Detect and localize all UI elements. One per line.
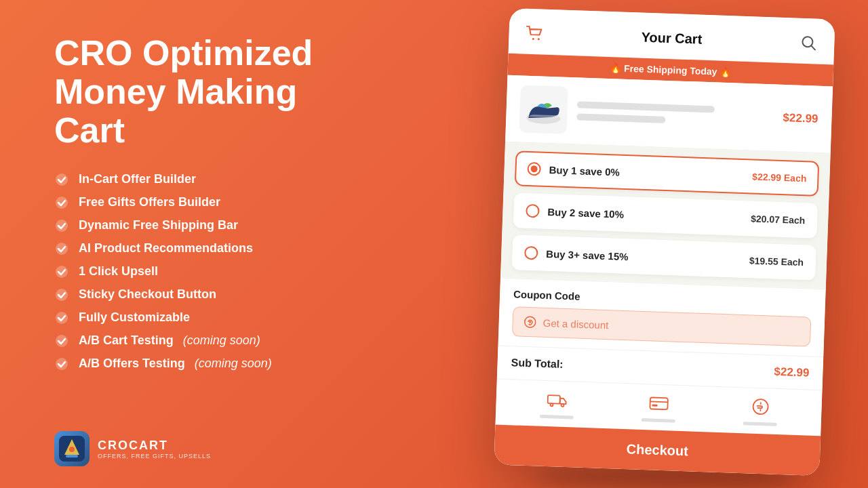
offer-label-buy1: Buy 1 save 0%: [549, 163, 744, 182]
offer-option-buy1[interactable]: Buy 1 save 0%$22.99 Each: [515, 150, 820, 197]
radio-buy3: [524, 246, 538, 260]
svg-point-19: [529, 321, 531, 323]
svg-point-13: [532, 38, 534, 40]
logo-area: CROCART OFFERS, FREE GIFTS, UPSELLS: [54, 431, 211, 466]
feature-label-free-shipping: Dynamic Free Shipping Bar: [79, 218, 238, 232]
card-icon: [646, 390, 672, 416]
svg-point-14: [538, 38, 540, 40]
feature-item-free-shipping: Dynamic Free Shipping Bar: [54, 218, 346, 233]
svg-point-1: [56, 197, 68, 209]
search-button[interactable]: [796, 30, 821, 56]
check-icon-ai-recommendations: [54, 241, 69, 256]
left-panel: CRO Optimized Money Making Cart In-Cart …: [54, 34, 346, 380]
offers-section: Buy 1 save 0%$22.99 EachBuy 2 save 10%$2…: [500, 142, 831, 289]
svg-point-22: [561, 404, 564, 407]
payment-icon-card: [642, 390, 677, 423]
feature-label-customizable: Fully Customizable: [79, 310, 190, 325]
check-icon-free-gifts: [54, 195, 69, 210]
placeholder-line-1: [577, 101, 715, 113]
svg-point-5: [56, 289, 68, 301]
radio-buy2: [526, 204, 540, 218]
product-lines: [576, 101, 774, 127]
money-icon: [747, 393, 774, 420]
feature-item-ai-recommendations: AI Product Recommendations: [54, 241, 346, 256]
feature-item-sticky-checkout: Sticky Checkout Button: [54, 287, 346, 302]
svg-line-24: [650, 401, 668, 402]
cart-icon-button[interactable]: [522, 21, 547, 46]
offer-price-buy3: $19.55 Each: [749, 255, 804, 268]
feature-item-ab-cart: A/B Cart Testing (coming soon): [54, 333, 346, 348]
svg-point-6: [56, 312, 68, 324]
offer-price-buy2: $20.07 Each: [751, 213, 806, 226]
svg-point-0: [56, 174, 68, 186]
payment-icon-delivery: [540, 386, 575, 420]
coming-soon-ab-offers: (coming soon): [195, 357, 272, 371]
offer-label-buy2: Buy 2 save 10%: [547, 205, 743, 224]
svg-rect-12: [66, 455, 78, 458]
svg-point-2: [56, 220, 68, 232]
svg-point-4: [56, 266, 68, 278]
check-icon-in-cart-offer: [54, 172, 69, 187]
coupon-section: Coupon Code Get a discount: [498, 278, 826, 357]
coupon-input-wrap[interactable]: Get a discount: [512, 306, 811, 346]
features-list: In-Cart Offer BuilderFree Gifts Offers B…: [54, 172, 346, 371]
hero-title: CRO Optimized Money Making Cart: [54, 34, 346, 150]
check-icon-free-shipping: [54, 218, 69, 233]
feature-item-in-cart-offer: In-Cart Offer Builder: [54, 172, 346, 187]
product-info: [576, 101, 774, 127]
logo-name: CROCART: [98, 439, 211, 453]
svg-point-11: [69, 447, 75, 452]
subtotal-label: Sub Total:: [511, 357, 564, 371]
feature-item-ab-offers: A/B Offers Testing (coming soon): [54, 357, 346, 371]
feature-label-ab-cart: A/B Cart Testing: [79, 333, 174, 348]
cart-card: Your Cart 🔥 Free Shipping Today 🔥: [494, 8, 835, 476]
product-price: $22.99: [783, 111, 818, 126]
check-icon-customizable: [54, 310, 69, 325]
delivery-icon: [544, 386, 570, 413]
offer-option-buy2[interactable]: Buy 2 save 10%$20.07 Each: [513, 192, 818, 239]
feature-label-free-gifts: Free Gifts Offers Builder: [79, 195, 220, 209]
phone-container: Your Cart 🔥 Free Shipping Today 🔥: [502, 14, 827, 474]
offer-option-buy3[interactable]: Buy 3+ save 15%$19.55 Each: [511, 235, 816, 281]
svg-point-3: [56, 243, 68, 255]
svg-point-7: [56, 335, 68, 347]
feature-label-ab-offers: A/B Offers Testing: [79, 357, 185, 371]
feature-label-ai-recommendations: AI Product Recommendations: [79, 241, 253, 256]
coupon-label: Coupon Code: [513, 288, 812, 310]
check-icon-sticky-checkout: [54, 287, 69, 302]
logo-text: CROCART OFFERS, FREE GIFTS, UPSELLS: [98, 439, 211, 460]
cart-title: Your Cart: [641, 29, 702, 47]
coupon-placeholder: Get a discount: [542, 317, 608, 330]
radio-buy1: [527, 162, 541, 176]
feature-label-one-click-upsell: 1 Click Upsell: [79, 264, 158, 279]
svg-rect-25: [652, 405, 658, 407]
feature-item-one-click-upsell: 1 Click Upsell: [54, 264, 346, 279]
check-icon-ab-offers: [54, 357, 69, 371]
subtotal-value: $22.99: [774, 365, 810, 380]
feature-item-customizable: Fully Customizable: [54, 310, 346, 325]
svg-line-16: [811, 45, 815, 49]
check-icon-one-click-upsell: [54, 264, 69, 279]
offer-price-buy1: $22.99 Each: [752, 171, 807, 184]
logo-tagline: OFFERS, FREE GIFTS, UPSELLS: [98, 453, 211, 460]
payment-icon-line-2: [642, 418, 675, 423]
product-row: $22.99: [505, 75, 833, 154]
product-image: [519, 85, 568, 134]
svg-rect-23: [650, 397, 668, 409]
payment-icon-line-3: [743, 422, 777, 426]
payment-icon-line-1: [540, 415, 574, 420]
svg-point-8: [56, 358, 68, 370]
logo-icon: [54, 431, 90, 466]
coming-soon-ab-cart: (coming soon): [183, 333, 260, 348]
payment-icon-money: [743, 393, 778, 426]
svg-point-21: [550, 403, 553, 406]
svg-rect-20: [548, 395, 560, 404]
feature-item-free-gifts: Free Gifts Offers Builder: [54, 195, 346, 210]
check-icon-ab-cart: [54, 333, 69, 348]
offer-label-buy3: Buy 3+ save 15%: [546, 247, 741, 266]
svg-point-26: [753, 399, 768, 415]
feature-label-in-cart-offer: In-Cart Offer Builder: [79, 172, 196, 186]
feature-label-sticky-checkout: Sticky Checkout Button: [79, 287, 216, 302]
coupon-icon: [524, 316, 536, 329]
placeholder-line-2: [576, 113, 665, 123]
